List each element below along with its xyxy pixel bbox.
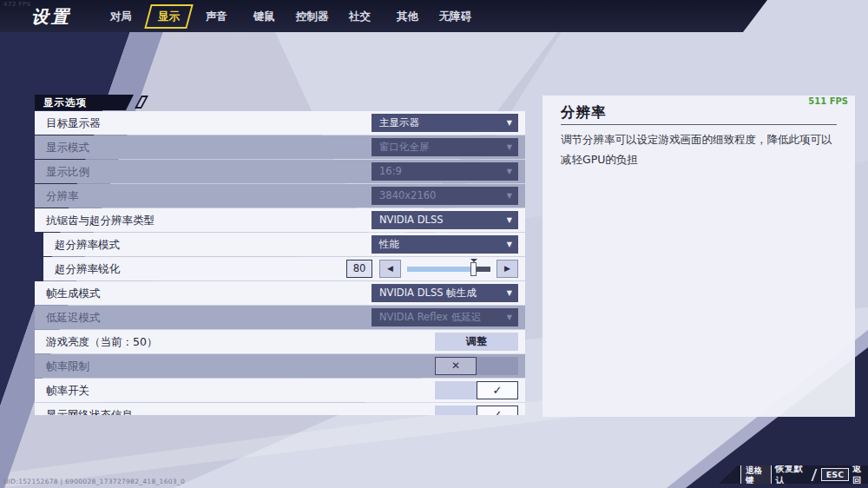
row-label: 显示网络状态信息 (46, 403, 133, 415)
slider-decrease-button[interactable]: ◀ (379, 260, 401, 278)
row-label: 帧率限制 (46, 354, 89, 378)
selected-tab-outline (144, 4, 194, 29)
tab-label: 社交 (349, 10, 371, 23)
tab-3[interactable]: 键鼠 (240, 0, 288, 32)
dropdown-value: NVIDIA DLSS (379, 211, 444, 229)
row-label: 超分辨率模式 (55, 233, 120, 256)
settings-row: 超分辨率锐化80◀▶ (43, 257, 525, 280)
row-control: NVIDIA Reflex 低延迟▼ (372, 308, 518, 326)
settings-row: 显示网络状态信息✓ (35, 403, 525, 415)
row-label: 分辨率 (46, 184, 79, 208)
settings-row: 帧生成模式NVIDIA DLSS 帧生成▼ (35, 281, 525, 305)
info-description: 调节分辨率可以设定游戏画面的细致程度，降低此项可以减轻GPU的负担 (561, 130, 840, 169)
settings-row: 显示比例16:9▼ (35, 160, 525, 183)
toggle-on-side (477, 357, 518, 375)
toggle-off-side (435, 406, 477, 415)
divider (812, 469, 818, 481)
backspace-key-badge: 退格键 (740, 464, 772, 486)
tab-5[interactable]: 社交 (336, 0, 384, 32)
row-label: 低延迟模式 (46, 306, 101, 329)
tab-1[interactable]: 显示 (145, 0, 193, 32)
dropdown[interactable]: 主显示器▼ (372, 114, 518, 132)
toggle-on-side: ✓ (477, 406, 518, 415)
dropdown-value: NVIDIA Reflex 低延迟 (379, 308, 481, 326)
slash-decoration-icon (135, 96, 148, 109)
chevron-down-icon: ▼ (507, 114, 512, 132)
tab-2[interactable]: 声音 (193, 0, 240, 32)
dropdown: 3840x2160▼ (372, 187, 518, 205)
tab-7[interactable]: 无障碍 (431, 0, 479, 32)
toggle-switch[interactable]: ✓ (435, 381, 518, 399)
row-control: 性能▼ (372, 235, 518, 254)
adjust-button[interactable]: 调整 (435, 333, 518, 351)
row-label: 帧率开关 (46, 379, 89, 402)
settings-tabs: 对局显示声音键鼠控制器社交其他无障碍 (97, 0, 479, 32)
row-label: 帧生成模式 (46, 281, 101, 305)
divider (561, 124, 837, 125)
restore-defaults-button[interactable]: 恢复默认 (775, 463, 806, 487)
row-control: 3840x2160▼ (372, 187, 518, 205)
settings-row: 游戏亮度（当前：50）调整 (35, 330, 525, 353)
dropdown-value: 主显示器 (379, 114, 419, 132)
slider-fill (407, 267, 474, 272)
row-label: 抗锯齿与超分辨率类型 (46, 208, 155, 232)
chevron-down-icon: ▼ (507, 162, 512, 181)
tab-label: 控制器 (296, 10, 329, 23)
settings-rows: 目标显示器主显示器▼显示模式窗口化全屏▼显示比例16:9▼分辨率3840x216… (35, 111, 525, 415)
row-label: 显示模式 (46, 135, 89, 159)
dropdown-value: NVIDIA DLSS 帧生成 (379, 284, 477, 302)
settings-row: 分辨率3840x2160▼ (35, 184, 525, 208)
tab-label: 无障碍 (439, 10, 472, 23)
row-control: 调整 (435, 333, 518, 351)
chevron-down-icon: ▼ (507, 138, 512, 156)
row-control: 主显示器▼ (372, 114, 518, 132)
display-options-panel: 显示选项 目标显示器主显示器▼显示模式窗口化全屏▼显示比例16:9▼分辨率384… (35, 95, 525, 415)
cross-icon: ✕ (451, 359, 460, 372)
slider-value: 80 (346, 260, 372, 278)
tab-label: 声音 (206, 10, 227, 23)
toggle-switch[interactable]: ✓ (435, 406, 518, 415)
row-label: 显示比例 (46, 160, 89, 183)
back-button[interactable]: 返回 (852, 463, 868, 487)
fps-counter-topleft: 472 FPS (3, 1, 31, 8)
chevron-down-icon: ▼ (507, 235, 512, 254)
row-control: NVIDIA DLSS 帧生成▼ (372, 284, 518, 302)
row-control: ✕ (435, 357, 518, 375)
settings-row: 帧率限制✕ (35, 354, 525, 378)
slider-increase-button[interactable]: ▶ (496, 260, 518, 278)
toggle-on-side: ✓ (477, 381, 518, 399)
toggle-off-side (435, 381, 477, 399)
tab-label: 其他 (397, 10, 418, 23)
row-label: 超分辨率锐化 (55, 257, 120, 280)
tab-0[interactable]: 对局 (97, 0, 145, 32)
panel-header-banner: 显示选项 (35, 95, 134, 110)
slider-handle[interactable] (470, 262, 477, 276)
dropdown-value: 16:9 (379, 162, 402, 181)
tab-6[interactable]: 其他 (384, 0, 431, 32)
dropdown: 窗口化全屏▼ (372, 138, 518, 156)
dropdown[interactable]: NVIDIA DLSS▼ (372, 211, 518, 229)
page-title: 设置 (31, 5, 71, 29)
esc-key-badge: ESC (821, 468, 849, 481)
row-label: 游戏亮度（当前：50） (46, 330, 157, 353)
info-panel: 511 FPS 分辨率 调节分辨率可以设定游戏画面的细致程度，降低此项可以减轻G… (542, 96, 855, 417)
row-control: 80◀▶ (346, 260, 518, 278)
row-control: ✓ (435, 406, 518, 415)
settings-row: 低延迟模式NVIDIA Reflex 低延迟▼ (35, 306, 525, 329)
settings-row: 显示模式窗口化全屏▼ (35, 135, 525, 159)
settings-row: 目标显示器主显示器▼ (35, 111, 525, 135)
row-label: 目标显示器 (46, 111, 101, 135)
slider-track[interactable] (407, 260, 490, 278)
check-icon: ✓ (493, 384, 503, 397)
tab-4[interactable]: 控制器 (288, 0, 336, 32)
dropdown-value: 3840x2160 (379, 187, 436, 205)
toggle-off-side: ✕ (435, 357, 477, 375)
dropdown[interactable]: NVIDIA DLSS 帧生成▼ (372, 284, 518, 302)
dropdown-value: 窗口化全屏 (379, 138, 430, 156)
info-title: 分辨率 (561, 103, 607, 122)
toggle-switch: ✕ (435, 357, 518, 375)
dropdown[interactable]: 性能▼ (372, 235, 518, 254)
row-control: ✓ (435, 381, 518, 399)
settings-row: 超分辨率模式性能▼ (43, 233, 525, 256)
uid-version-text: UID:152152678 | 6900028_173727982_418_16… (3, 478, 185, 485)
